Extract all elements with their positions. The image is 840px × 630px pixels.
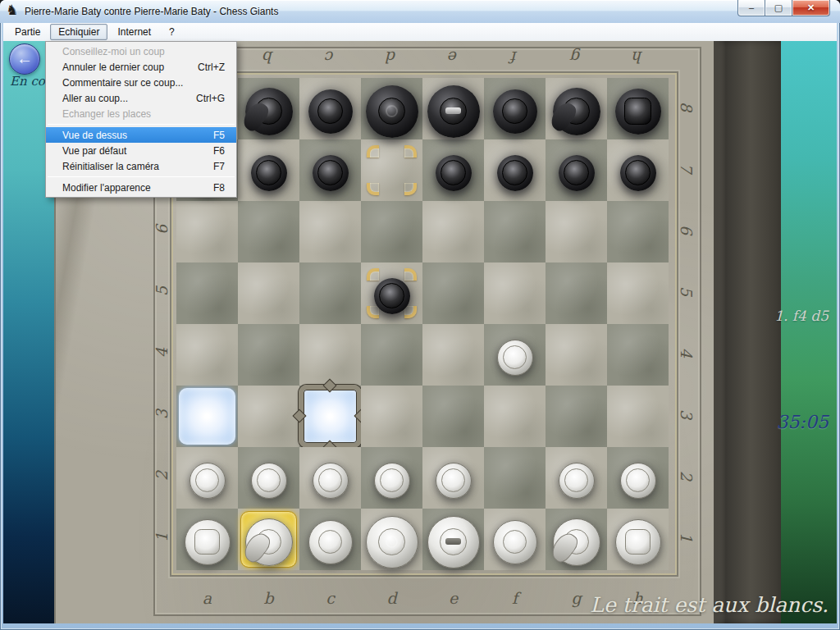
square-h1[interactable] bbox=[607, 509, 669, 570]
square-c5[interactable] bbox=[299, 262, 361, 324]
game-clock: 35:05 bbox=[753, 412, 829, 432]
menu-item-r-initialiser-la-cam-ra[interactable]: Réinitialiser la caméraF7 bbox=[46, 158, 236, 174]
square-g5[interactable] bbox=[546, 262, 607, 324]
square-a1[interactable] bbox=[176, 509, 238, 570]
menu-separator bbox=[48, 176, 235, 177]
square-d1[interactable] bbox=[361, 509, 422, 570]
square-a5[interactable] bbox=[176, 262, 238, 324]
square-c4[interactable] bbox=[299, 324, 361, 386]
minimize-button[interactable]: – bbox=[737, 0, 765, 16]
square-b1[interactable] bbox=[238, 509, 299, 570]
window-title: Pierre-Marie Baty contre Pierre-Marie Ba… bbox=[25, 6, 278, 17]
menu-item-echanger-les-places[interactable]: Echanger les places bbox=[46, 106, 236, 121]
square-a4[interactable] bbox=[176, 324, 238, 386]
right-panel bbox=[781, 41, 837, 623]
square-h7[interactable] bbox=[607, 139, 669, 201]
square-h2[interactable] bbox=[607, 447, 669, 509]
square-h5[interactable] bbox=[607, 262, 669, 324]
file-label-top: f bbox=[484, 48, 546, 66]
board-side-edge bbox=[714, 41, 781, 623]
square-b8[interactable] bbox=[238, 78, 299, 139]
square-f2[interactable] bbox=[484, 447, 546, 509]
square-f1[interactable] bbox=[484, 509, 546, 570]
square-g6[interactable] bbox=[546, 201, 607, 262]
square-b4[interactable] bbox=[238, 324, 299, 386]
maximize-button[interactable]: ▢ bbox=[765, 0, 792, 16]
square-f5[interactable] bbox=[484, 262, 546, 324]
menubar-item-partie[interactable]: Partie bbox=[7, 24, 48, 40]
square-e2[interactable] bbox=[422, 447, 484, 509]
cursor-frame bbox=[299, 385, 362, 448]
square-d8[interactable] bbox=[361, 78, 422, 139]
last-move-marker bbox=[367, 268, 417, 318]
square-b5[interactable] bbox=[238, 262, 299, 324]
square-d7[interactable] bbox=[361, 139, 422, 201]
menu-item-annuler-le-dernier-coup[interactable]: Annuler le dernier coupCtrl+Z bbox=[46, 59, 236, 75]
square-h6[interactable] bbox=[607, 201, 669, 262]
file-label-top: e bbox=[422, 48, 484, 66]
square-a3[interactable] bbox=[176, 386, 238, 447]
titlebar[interactable]: ♞ Pierre-Marie Baty contre Pierre-Marie … bbox=[0, 0, 840, 23]
square-a2[interactable] bbox=[176, 447, 238, 509]
square-e8[interactable] bbox=[422, 78, 484, 139]
square-g3[interactable] bbox=[546, 386, 607, 447]
square-f8[interactable] bbox=[484, 78, 546, 139]
square-c8[interactable] bbox=[299, 78, 361, 139]
menubar-item-echiquier[interactable]: Echiquier bbox=[50, 24, 107, 40]
rank-label-right: 8 bbox=[678, 96, 696, 117]
square-c1[interactable] bbox=[299, 509, 361, 570]
square-b7[interactable] bbox=[238, 139, 299, 201]
square-g4[interactable] bbox=[546, 324, 607, 386]
square-h4[interactable] bbox=[607, 324, 669, 386]
back-arrow-icon[interactable]: ← bbox=[9, 43, 40, 75]
square-g7[interactable] bbox=[546, 139, 607, 201]
square-e3[interactable] bbox=[422, 386, 484, 447]
square-b6[interactable] bbox=[238, 201, 299, 262]
menu-item-vue-par-d-faut[interactable]: Vue par défautF6 bbox=[46, 143, 236, 158]
square-e4[interactable] bbox=[422, 324, 484, 386]
menubar-item-internet[interactable]: Internet bbox=[109, 24, 159, 40]
square-f4[interactable] bbox=[484, 324, 546, 386]
menu-item-aller-au-coup[interactable]: Aller au coup...Ctrl+G bbox=[46, 90, 236, 106]
square-c3[interactable] bbox=[299, 386, 361, 447]
client-area: PartieEchiquierInternet? ← En cours aabb… bbox=[3, 23, 837, 623]
rank-label-left: 4 bbox=[153, 342, 171, 363]
selected-square-highlight bbox=[240, 511, 297, 568]
square-f6[interactable] bbox=[484, 201, 546, 262]
rank-label-left: 3 bbox=[153, 404, 171, 425]
menu-item-label: Vue de dessus bbox=[62, 130, 127, 141]
square-h8[interactable] bbox=[607, 78, 669, 139]
square-e1[interactable] bbox=[422, 509, 484, 570]
square-c7[interactable] bbox=[299, 139, 361, 201]
square-d3[interactable] bbox=[361, 386, 422, 447]
square-e7[interactable] bbox=[422, 139, 484, 201]
square-a6[interactable] bbox=[176, 201, 238, 262]
square-d6[interactable] bbox=[361, 201, 422, 262]
square-d2[interactable] bbox=[361, 447, 422, 509]
chess-board bbox=[176, 78, 669, 570]
square-f7[interactable] bbox=[484, 139, 546, 201]
move-list: 1. f4 d5 bbox=[756, 308, 829, 324]
menu-item-modifier-l-apparence[interactable]: Modifier l'apparenceF8 bbox=[46, 180, 236, 195]
menu-item-vue-de-dessus[interactable]: Vue de dessusF5 bbox=[46, 127, 236, 143]
close-button[interactable]: ✕ bbox=[792, 0, 830, 16]
square-b2[interactable] bbox=[238, 447, 299, 509]
square-e6[interactable] bbox=[422, 201, 484, 262]
square-b3[interactable] bbox=[238, 386, 299, 447]
square-g1[interactable] bbox=[546, 509, 607, 570]
file-label-bottom: e bbox=[422, 589, 484, 607]
menubar-item-item[interactable]: ? bbox=[161, 24, 183, 40]
square-c6[interactable] bbox=[299, 201, 361, 262]
rank-label-right: 1 bbox=[678, 527, 696, 548]
square-d4[interactable] bbox=[361, 324, 422, 386]
square-g2[interactable] bbox=[546, 447, 607, 509]
square-g8[interactable] bbox=[546, 78, 607, 139]
menu-item-conseillez-moi-un-coup[interactable]: Conseillez-moi un coup bbox=[46, 43, 236, 59]
square-h3[interactable] bbox=[607, 386, 669, 447]
square-d5[interactable] bbox=[361, 262, 422, 324]
file-label-top: h bbox=[607, 48, 669, 66]
square-e5[interactable] bbox=[422, 262, 484, 324]
square-c2[interactable] bbox=[299, 447, 361, 509]
square-f3[interactable] bbox=[484, 386, 546, 447]
menu-item-commentaire-sur-ce-coup[interactable]: Commentaire sur ce coup... bbox=[46, 75, 236, 90]
